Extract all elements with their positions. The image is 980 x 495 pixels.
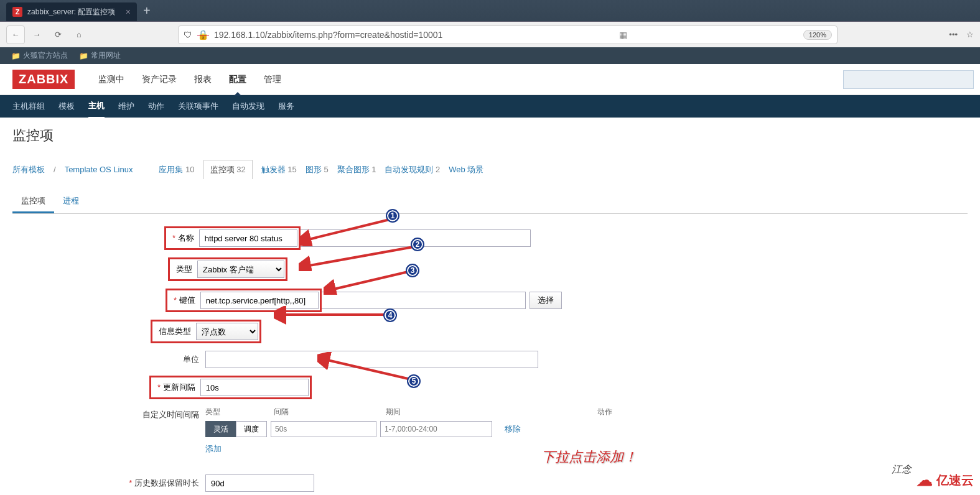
tab-process[interactable]: 进程: [54, 190, 88, 213]
bookmark-star-icon[interactable]: ☆: [966, 30, 974, 39]
filter-applications[interactable]: 应用集 10: [159, 164, 194, 175]
bookmark-bar: 📁火狐官方站点 📁常用网址: [0, 47, 980, 64]
subnav-maintenance[interactable]: 维护: [118, 95, 134, 118]
menu-icon[interactable]: •••: [949, 30, 958, 39]
browser-tab[interactable]: Z zabbix_server: 配置监控项 ×: [6, 2, 137, 21]
bookmark-item[interactable]: 📁火狐官方站点: [11, 50, 68, 61]
nav-configuration[interactable]: 配置: [220, 64, 255, 95]
reload-button[interactable]: ⟳: [49, 25, 67, 44]
row-unit: 单位: [12, 351, 968, 368]
input-period[interactable]: [380, 421, 492, 437]
sub-nav: 主机群组 模板 主机 维护 动作 关联项事件 自动发现 服务: [0, 95, 980, 118]
subnav-correlation[interactable]: 关联项事件: [178, 95, 218, 118]
subnav-templates[interactable]: 模板: [58, 95, 75, 118]
select-type[interactable]: Zabbix 客户端: [197, 261, 284, 278]
filter-web[interactable]: Web 场景: [449, 164, 483, 175]
input-history[interactable]: [205, 474, 314, 492]
form-tabs: 监控项 进程: [12, 190, 968, 214]
url-bar[interactable]: 🛡 🔒 192.168.1.10/zabbix/items.php?form=c…: [178, 25, 838, 44]
nav-administration[interactable]: 管理: [255, 64, 290, 95]
input-unit[interactable]: [205, 351, 538, 368]
subnav-hosts[interactable]: 主机: [88, 95, 105, 119]
seg-scheduling[interactable]: 调度: [236, 421, 267, 437]
input-update-interval[interactable]: [200, 379, 309, 396]
row-update-interval: 更新间隔: [12, 376, 968, 399]
seg-flexible[interactable]: 灵活: [205, 421, 236, 437]
input-interval[interactable]: [271, 421, 376, 437]
home-button[interactable]: ⌂: [70, 25, 88, 44]
folder-icon: 📁: [11, 52, 21, 60]
subnav-actions[interactable]: 动作: [148, 95, 164, 118]
input-name-ext[interactable]: [301, 229, 531, 247]
search-input[interactable]: [843, 70, 974, 89]
tab-close-icon[interactable]: ×: [126, 7, 131, 17]
browser-chrome: Z zabbix_server: 配置监控项 × + ← → ⟳ ⌂ 🛡 🔒 1…: [0, 0, 980, 64]
breadcrumb-all-templates[interactable]: 所有模板: [12, 164, 45, 175]
url-text: 192.168.1.10/zabbix/items.php?form=creat…: [214, 30, 442, 40]
filter-triggers[interactable]: 触发器 15: [261, 164, 297, 175]
input-name[interactable]: [199, 229, 297, 247]
zabbix-header: ZABBIX 监测中 资产记录 报表 配置 管理: [0, 64, 980, 95]
nav-reports[interactable]: 报表: [185, 64, 220, 95]
row-name: 名称: [12, 226, 968, 250]
link-remove[interactable]: 移除: [505, 423, 521, 435]
link-add[interactable]: 添加: [205, 444, 222, 453]
cloud-icon: ☁: [917, 471, 933, 490]
tab-favicon: Z: [12, 7, 22, 17]
button-select-key[interactable]: 选择: [530, 292, 562, 309]
header-period: 期间: [386, 407, 504, 417]
input-key-ext[interactable]: [322, 292, 526, 309]
shield-icon: 🛡: [184, 30, 192, 40]
forward-button[interactable]: →: [27, 25, 46, 44]
browser-toolbar: ← → ⟳ ⌂ 🛡 🔒 192.168.1.10/zabbix/items.ph…: [0, 21, 980, 47]
filter-screens[interactable]: 聚合图形 1: [337, 164, 376, 175]
breadcrumb-filters: 所有模板 / Template OS Linux 应用集 10 监控项 32 触…: [12, 156, 968, 183]
header-interval: 间隔: [274, 407, 386, 417]
header-type: 类型: [205, 407, 274, 417]
label-history: 历史数据保留时长: [12, 478, 205, 489]
row-key: 键值 选择: [12, 289, 968, 312]
back-button[interactable]: ←: [6, 25, 25, 44]
subnav-hostgroups[interactable]: 主机群组: [12, 95, 45, 118]
filter-items[interactable]: 监控项 32: [203, 160, 253, 179]
zoom-badge[interactable]: 120%: [803, 30, 832, 40]
interval-row: 灵活 调度 移除: [205, 421, 968, 437]
interval-headers: 类型 间隔 期间 动作: [205, 407, 968, 417]
nav-monitoring[interactable]: 监测中: [90, 64, 133, 95]
tab-item[interactable]: 监控项: [12, 190, 54, 213]
separator: /: [54, 165, 56, 174]
row-info-type: 信息类型 浮点数: [12, 320, 968, 343]
zabbix-logo[interactable]: ZABBIX: [12, 70, 75, 89]
content-area: 监控项 所有模板 / Template OS Linux 应用集 10 监控项 …: [0, 118, 980, 495]
select-info-type[interactable]: 浮点数: [196, 323, 258, 340]
qr-icon[interactable]: ▦: [619, 30, 627, 40]
filter-graphs[interactable]: 图形 5: [306, 164, 329, 175]
annotation-note-red: 下拉点击添加！: [541, 448, 637, 466]
filter-discovery[interactable]: 自动发现规则 2: [385, 164, 440, 175]
tab-title: zabbix_server: 配置监控项: [27, 7, 115, 17]
new-tab-button[interactable]: +: [143, 4, 151, 18]
label-key: 键值: [169, 295, 200, 306]
row-history: 历史数据保留时长: [12, 474, 968, 492]
nav-inventory[interactable]: 资产记录: [133, 64, 185, 95]
label-custom-interval: 自定义时间间隔: [12, 407, 205, 420]
input-key[interactable]: [200, 292, 319, 309]
corner-logo: ☁ 亿速云: [917, 471, 974, 490]
form-area: 名称 类型 Zabbix 客户端 键值 选择 信息类型 浮点数: [12, 226, 968, 495]
subnav-services[interactable]: 服务: [278, 95, 294, 118]
header-action: 动作: [597, 407, 622, 417]
page-title: 监控项: [12, 126, 968, 145]
bookmark-item[interactable]: 📁常用网址: [79, 50, 121, 61]
label-update-interval: 更新间隔: [152, 382, 200, 393]
row-custom-interval: 自定义时间间隔 类型 间隔 期间 动作 灵活 调度 移除 添加: [12, 407, 968, 455]
label-name: 名称: [167, 233, 199, 244]
label-info-type: 信息类型: [154, 326, 196, 337]
annotation-signature: 江念: [892, 463, 912, 476]
subnav-discovery[interactable]: 自动发现: [232, 95, 264, 118]
breadcrumb-template[interactable]: Template OS Linux: [65, 165, 133, 174]
main-nav: 监测中 资产记录 报表 配置 管理: [90, 64, 290, 95]
label-type: 类型: [171, 264, 197, 275]
label-unit: 单位: [12, 354, 205, 365]
folder-icon: 📁: [79, 52, 88, 60]
blocked-icon: 🔒: [197, 29, 209, 40]
